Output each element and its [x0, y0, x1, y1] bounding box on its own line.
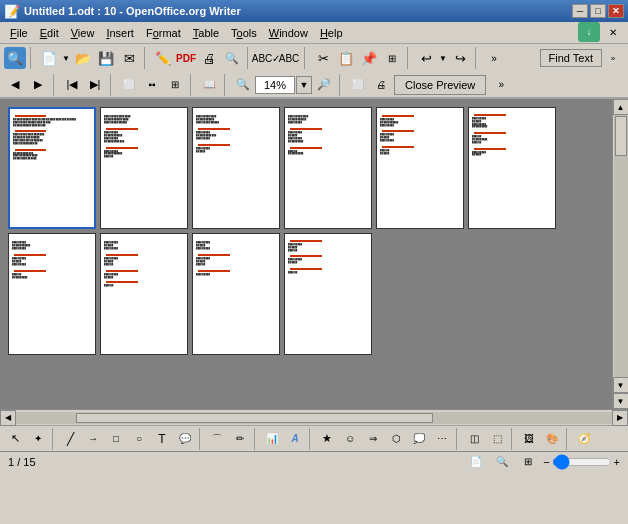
first-page-btn[interactable]: |◀: [61, 74, 83, 96]
two-page-btn[interactable]: ▪▪: [141, 74, 163, 96]
new-btn[interactable]: 📄: [38, 47, 60, 69]
menu-tools[interactable]: Tools: [225, 25, 263, 41]
redo-btn[interactable]: ↪: [449, 47, 471, 69]
fontwork-btn[interactable]: A: [284, 428, 306, 450]
find-options-btn[interactable]: »: [602, 47, 624, 69]
paste-btn[interactable]: 📌: [358, 47, 380, 69]
pages-container[interactable]: ██ ████ ██████ ████ ██ ███ ██ ████ ████ …: [0, 99, 612, 409]
save-btn[interactable]: 💾: [95, 47, 117, 69]
insert-image-btn[interactable]: 🖼: [518, 428, 540, 450]
zoom-in-btn[interactable]: 🔎: [313, 74, 335, 96]
zoom-dropdown[interactable]: ▼: [296, 76, 312, 94]
spellcheck-btn[interactable]: ABC✓: [255, 47, 277, 69]
page-thumb-4[interactable]: ████ ██ ███ ██████ ████ ██████████ ██ ██…: [284, 107, 372, 229]
full-screen-btn[interactable]: ⬜: [347, 74, 369, 96]
zoom-slider[interactable]: [552, 456, 612, 468]
flowchart-btn[interactable]: ⬡: [385, 428, 407, 450]
email-btn[interactable]: ✉: [118, 47, 140, 69]
status-page-icon[interactable]: 📄: [465, 451, 487, 473]
menu-edit[interactable]: Edit: [34, 25, 65, 41]
edit-file-btn[interactable]: ✏️: [152, 47, 174, 69]
extension-icon[interactable]: ↓: [578, 22, 600, 42]
book-view-btn[interactable]: 📖: [198, 74, 220, 96]
close-side-btn[interactable]: ✕: [602, 22, 624, 44]
export-pdf-btn[interactable]: PDF: [175, 47, 197, 69]
cut-btn[interactable]: ✂: [312, 47, 334, 69]
status-zoom-icon[interactable]: 🔍: [491, 451, 513, 473]
menu-help[interactable]: Help: [314, 25, 349, 41]
draw-line-btn[interactable]: ╱: [59, 428, 81, 450]
page-thumb-8[interactable]: ████ ██ █████ ████████ ██ ███ ████ ██ ██…: [100, 233, 188, 355]
block-arrow-btn[interactable]: ⇒: [362, 428, 384, 450]
draw-ellipse-btn[interactable]: ○: [128, 428, 150, 450]
page-thumb-1[interactable]: ██ ████ ██████ ████ ██ ███ ██ ████ ████ …: [8, 107, 96, 229]
page-thumb-5[interactable]: ████ ██ █████ ████ ██████████ ██ ███ ███…: [376, 107, 464, 229]
open-btn[interactable]: 📂: [72, 47, 94, 69]
symbol-shape-btn[interactable]: ☺: [339, 428, 361, 450]
draw-text-btn[interactable]: T: [151, 428, 173, 450]
zoom-out-btn[interactable]: 🔍: [232, 74, 254, 96]
extrusion-btn[interactable]: ⬚: [486, 428, 508, 450]
star-shape-btn[interactable]: ★: [316, 428, 338, 450]
autocorrect-btn[interactable]: ABC: [278, 47, 300, 69]
print-btn[interactable]: 🖨: [198, 47, 220, 69]
menu-file[interactable]: File: [4, 25, 34, 41]
vertical-scrollbar[interactable]: ▲ ▼ ▼: [612, 99, 628, 409]
overflow-btn[interactable]: »: [483, 47, 505, 69]
scroll-up-btn[interactable]: ▲: [613, 99, 629, 115]
gallery-btn[interactable]: 🎨: [541, 428, 563, 450]
draw-point-btn[interactable]: ✦: [27, 428, 49, 450]
new-dropdown[interactable]: ▼: [61, 47, 71, 69]
menu-format[interactable]: Format: [140, 25, 187, 41]
copy-btn[interactable]: 📋: [335, 47, 357, 69]
draw-callout-btn[interactable]: 💬: [174, 428, 196, 450]
page-thumb-2[interactable]: ████ ██ ███ ████ ██████ ████ ██████ ████…: [100, 107, 188, 229]
scroll-down-2-btn[interactable]: ▼: [613, 393, 629, 409]
print-options-btn[interactable]: 🖨: [370, 74, 392, 96]
draw-rect-btn[interactable]: □: [105, 428, 127, 450]
undo-dropdown[interactable]: ▼: [438, 47, 448, 69]
callout-btn[interactable]: 💭: [408, 428, 430, 450]
scroll-down-1-btn[interactable]: ▼: [613, 377, 629, 393]
preview-overflow-btn[interactable]: »: [490, 74, 512, 96]
status-view-icon[interactable]: ⊞: [517, 451, 539, 473]
close-button[interactable]: ✕: [608, 4, 624, 18]
draw-select-btn[interactable]: ↖: [4, 428, 26, 450]
menu-window[interactable]: Window: [263, 25, 314, 41]
draw-sep-1: [52, 428, 56, 450]
hscroll-thumb[interactable]: [76, 413, 434, 423]
page-thumb-9[interactable]: ████ ██ █████ ████████ ██ ███ ████ ██ ██…: [192, 233, 280, 355]
scroll-right-btn[interactable]: ▶: [612, 410, 628, 426]
multi-page-btn[interactable]: ⊞: [164, 74, 186, 96]
scroll-left-btn[interactable]: ◀: [0, 410, 16, 426]
close-preview-button[interactable]: Close Preview: [394, 75, 486, 95]
draw-curve-btn[interactable]: ⌒: [206, 428, 228, 450]
one-page-btn[interactable]: ⬜: [118, 74, 140, 96]
horizontal-scrollbar[interactable]: ◀ ▶: [0, 409, 628, 425]
last-page-btn[interactable]: ▶|: [84, 74, 106, 96]
page-thumb-3[interactable]: ████ ██ ███ ██████ ████ ██████████ ██ ██…: [192, 107, 280, 229]
draw-arrow-btn[interactable]: →: [82, 428, 104, 450]
scroll-thumb[interactable]: [615, 116, 627, 156]
maximize-button[interactable]: □: [590, 4, 606, 18]
zoom-input[interactable]: [255, 76, 295, 94]
print-preview-btn[interactable]: 🔍: [221, 47, 243, 69]
navigator-btn[interactable]: 🧭: [573, 428, 595, 450]
clone-btn[interactable]: ⊞: [381, 47, 403, 69]
find-text-bar[interactable]: Find Text: [540, 49, 602, 67]
next-page-btn[interactable]: ▶: [27, 74, 49, 96]
shadow-btn[interactable]: ◫: [463, 428, 485, 450]
find-toolbar-btn[interactable]: 🔍: [4, 47, 26, 69]
more-shapes-btn[interactable]: ⋯: [431, 428, 453, 450]
prev-page-btn[interactable]: ◀: [4, 74, 26, 96]
page-thumb-6[interactable]: ████ ██ █████ ████████ ██ █████ ████ ███…: [468, 107, 556, 229]
menu-insert[interactable]: Insert: [100, 25, 140, 41]
menu-table[interactable]: Table: [187, 25, 225, 41]
minimize-button[interactable]: ─: [572, 4, 588, 18]
menu-view[interactable]: View: [65, 25, 101, 41]
undo-btn[interactable]: ↩: [415, 47, 437, 69]
page-thumb-7[interactable]: ████ ██ █████ ████ ██████████ ██ ███ ███…: [8, 233, 96, 355]
draw-freeform-btn[interactable]: ✏: [229, 428, 251, 450]
page-thumb-10[interactable]: ████ ██ █████ ████████ ██ ████ ██ █████ …: [284, 233, 372, 355]
insert-chart-btn[interactable]: 📊: [261, 428, 283, 450]
